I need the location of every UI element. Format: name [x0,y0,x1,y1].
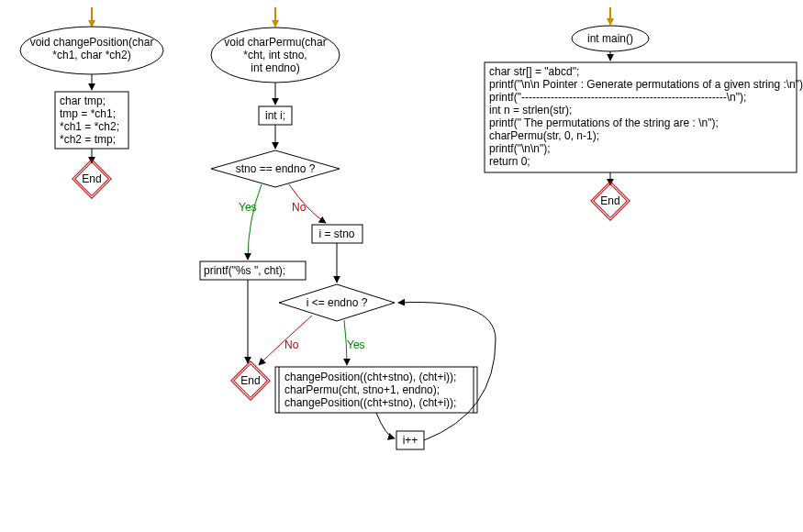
flowchart-diagram: void changePosition(char *ch1, char *ch2… [0,0,803,532]
func-b-assign-text: i = stno [318,227,354,240]
func-c-end: End [591,182,630,220]
func-b-yes1-label: Yes [239,201,257,214]
func-b-loop-line2: charPermu(cht, stno+1, endno); [284,383,440,396]
func-a-body-line2: tmp = *ch1; [60,107,116,120]
func-b-end: End [231,361,270,400]
func-b-decl-text: int i; [265,109,285,122]
func-c-line3: printf("--------------------------------… [489,91,746,104]
func-c-line4: int n = strlen(str); [489,104,572,116]
func-b-sig2: *cht, int stno, [243,49,307,61]
func-c-line5: printf(" The permutations of the string … [489,116,719,129]
func-a-sig2: *ch1, char *ch2) [52,49,130,61]
func-a-end: End [72,160,111,198]
func-b-end-label: End [240,374,260,387]
func-a-body-line1: char tmp; [60,94,106,107]
func-b-loop-line1: changePosition((cht+stno), (cht+i)); [284,371,456,383]
func-c-line2: printf("\n\n Pointer : Generate permutat… [489,78,803,91]
entry-arrow-c [607,7,614,26]
func-b-cond2-text: i <= endno ? [307,296,368,309]
func-b-no2-label: No [284,338,299,351]
func-b-sig3: int endno) [251,61,299,74]
func-b-no1-label: No [292,201,307,214]
func-b-loop-line3: changePosition((cht+stno), (cht+i)); [284,396,456,409]
func-b-inc-text: i++ [403,434,418,447]
func-a-sig1: void changePosition(char [30,36,154,49]
func-c-line8: return 0; [489,155,530,168]
svg-marker-7 [272,20,279,28]
func-a-end-label: End [82,172,101,185]
svg-marker-16 [607,18,614,26]
func-a-body-line4: *ch2 = tmp; [60,133,116,146]
func-b-sig1: void charPermu(char [224,36,326,49]
func-c-line7: printf("\n\n"); [489,142,551,155]
func-c-end-label: End [600,194,619,207]
entry-arrow-a [88,7,95,28]
func-c-line6: charPermu(str, 0, n-1); [489,129,599,142]
func-a-body-line3: *ch1 = *ch2; [60,120,119,133]
func-c-sig: int main() [587,32,633,45]
func-b-cond1-text: stno == endno ? [236,162,316,175]
func-c-line1: char str[] = "abcd"; [489,65,579,78]
func-b-yes2-label: Yes [347,338,365,351]
entry-arrow-b [272,7,279,28]
func-b-print-text: printf("%s ", cht); [204,264,285,277]
